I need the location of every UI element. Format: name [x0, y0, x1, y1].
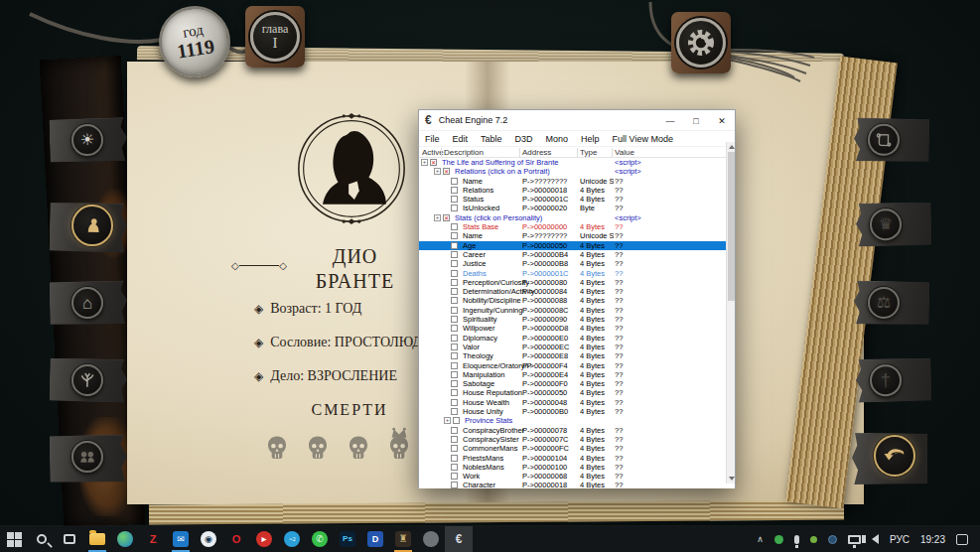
ce-row[interactable]: CareerP->000000B44 Bytes?? — [419, 250, 735, 259]
active-checkbox[interactable]: ✕ — [443, 214, 450, 221]
menu-edit[interactable]: Edit — [453, 134, 469, 144]
active-checkbox[interactable] — [451, 389, 458, 396]
active-checkbox[interactable] — [451, 335, 458, 342]
ce-row[interactable]: DeathsP->0000001C4 Bytes?? — [419, 269, 735, 278]
expand-toggle-icon[interactable]: + — [444, 417, 451, 424]
active-checkbox[interactable] — [451, 371, 458, 378]
ce-row[interactable]: House UnityP->000000B04 Bytes?? — [419, 407, 735, 416]
strap-portrait[interactable] — [50, 202, 128, 252]
active-checkbox[interactable]: ✕ — [430, 159, 437, 166]
menu-table[interactable]: Table — [481, 134, 502, 144]
scrollbar-thumb[interactable] — [728, 152, 735, 301]
active-checkbox[interactable] — [451, 352, 458, 359]
col-address[interactable]: Address — [522, 147, 551, 158]
active-checkbox[interactable] — [451, 242, 458, 249]
active-checkbox[interactable] — [451, 279, 458, 286]
ce-row[interactable]: CharacterP->000000184 Bytes?? — [419, 481, 735, 488]
ce-row[interactable]: NoblesMansP->000001004 Bytes?? — [419, 463, 735, 472]
active-checkbox[interactable] — [453, 417, 460, 424]
ce-row[interactable]: DiplomacyP->000000E04 Bytes?? — [419, 334, 735, 343]
strap-tree[interactable] — [50, 357, 128, 403]
ce-row[interactable]: ConspiracyBrotherP->000000784 Bytes?? — [419, 426, 735, 435]
expand-toggle-icon[interactable]: + — [434, 168, 441, 175]
active-checkbox[interactable] — [451, 408, 458, 415]
ce-row[interactable]: WorkP->000000684 Bytes?? — [419, 472, 735, 481]
active-checkbox[interactable] — [451, 251, 458, 258]
active-checkbox[interactable] — [451, 232, 458, 239]
menu-file[interactable]: File — [425, 134, 440, 144]
ce-row[interactable]: ConspiracySisterP->0000007C4 Bytes?? — [419, 435, 735, 444]
strap-back[interactable] — [852, 433, 927, 484]
active-checkbox[interactable] — [451, 307, 458, 314]
ce-row[interactable]: NameP->????????Unicode String?? — [419, 177, 735, 186]
ce-row[interactable]: Ingenuity/CunningP->0000008C4 Bytes?? — [419, 306, 735, 315]
taskbar-game-app-button[interactable]: ♜ — [389, 526, 417, 552]
menu-d3d[interactable]: D3D — [515, 134, 533, 144]
scroll-down-icon[interactable] — [729, 477, 735, 481]
close-button[interactable]: ✕ — [709, 110, 735, 131]
active-checkbox[interactable] — [451, 260, 458, 267]
active-checkbox[interactable] — [451, 436, 458, 443]
taskbar-search-button[interactable] — [28, 526, 56, 552]
ce-row[interactable]: Eloquence/Oratory/PP->000000F44 Bytes?? — [419, 361, 735, 370]
active-checkbox[interactable] — [451, 187, 458, 194]
active-checkbox[interactable] — [451, 316, 458, 323]
active-checkbox[interactable] — [451, 380, 458, 387]
taskbar-cheat-engine-button[interactable]: € — [445, 526, 473, 552]
ce-row[interactable]: +✕The Life and Suffering of Sir Brante<s… — [419, 158, 735, 167]
ce-row[interactable]: IsUnlockedP->00000020Byte?? — [419, 204, 735, 212]
taskbar-mail-button[interactable]: ✉ — [167, 526, 195, 552]
strap-sword[interactable]: † — [856, 357, 932, 403]
ce-titlebar[interactable]: € Cheat Engine 7.2 — □ ✕ — [419, 110, 735, 131]
active-checkbox[interactable] — [451, 482, 458, 488]
status-green-icon[interactable] — [774, 535, 783, 544]
ce-row[interactable]: AgeP->000000504 Bytes?? — [419, 241, 735, 250]
taskbar-app-blue-button[interactable]: D — [361, 526, 389, 552]
active-checkbox[interactable] — [451, 473, 458, 480]
ce-row[interactable]: Determination/ActivityP->000000844 Bytes… — [419, 287, 735, 296]
strap-house[interactable]: ⌂ — [50, 280, 128, 325]
ce-row[interactable]: Perception/CuriosityP->000000804 Bytes?? — [419, 278, 735, 287]
active-checkbox[interactable] — [451, 288, 458, 295]
hidden-icons-chevron-icon[interactable]: ∧ — [757, 534, 764, 544]
active-checkbox[interactable] — [451, 297, 458, 304]
microphone-icon[interactable] — [794, 535, 799, 544]
ce-row[interactable]: Nobility/DisciplineP->000000884 Bytes?? — [419, 296, 735, 305]
active-checkbox[interactable] — [451, 427, 458, 434]
menu-help[interactable]: Help — [581, 134, 600, 144]
active-checkbox[interactable]: ✕ — [443, 168, 450, 175]
taskbar-telegram-button[interactable]: ◅ — [278, 526, 306, 552]
active-checkbox[interactable] — [451, 399, 458, 406]
ce-column-header[interactable]: Active Description Address Type Value — [419, 147, 735, 158]
nvidia-icon[interactable] — [810, 536, 817, 543]
ce-row[interactable]: NameP->????????Unicode String?? — [419, 231, 735, 240]
steam-tray-icon[interactable] — [828, 535, 837, 544]
menu-mono[interactable]: Mono — [546, 134, 569, 144]
active-checkbox[interactable] — [451, 196, 458, 203]
active-checkbox[interactable] — [451, 445, 458, 452]
taskbar-browser-button[interactable] — [111, 526, 139, 552]
strap-relations[interactable] — [50, 434, 128, 483]
ce-row[interactable]: ManipulationP->000000E44 Bytes?? — [419, 370, 735, 379]
taskbar-task-view-button[interactable] — [56, 526, 83, 552]
ce-row[interactable]: JusticeP->000000B84 Bytes?? — [419, 259, 735, 268]
ce-scrollbar[interactable] — [726, 142, 735, 483]
ce-row[interactable]: WillpowerP->000000D84 Bytes?? — [419, 324, 735, 333]
chapter-tab[interactable]: глава I — [245, 6, 305, 68]
ce-row[interactable]: +✕Relations (click on a Portrait)<script… — [419, 167, 735, 176]
minimize-button[interactable]: — — [657, 110, 683, 131]
ce-row[interactable]: ValorP->000000EC4 Bytes?? — [419, 343, 735, 351]
ce-row[interactable]: Stats BaseP->000000004 Bytes?? — [419, 222, 735, 231]
expand-toggle-icon[interactable]: + — [434, 214, 441, 221]
ce-row[interactable]: SpiritualityP->000000904 Bytes?? — [419, 315, 735, 324]
taskbar-opera-button[interactable]: O — [222, 526, 250, 552]
active-checkbox[interactable] — [451, 270, 458, 277]
active-checkbox[interactable] — [451, 344, 458, 350]
strap-scales[interactable]: ⚖ — [854, 280, 930, 325]
taskbar-whatsapp-button[interactable]: ✆ — [306, 526, 334, 552]
taskbar-file-explorer-button[interactable] — [83, 526, 111, 552]
col-description[interactable]: Description — [444, 147, 484, 158]
taskbar-media-app-button[interactable]: ▸ — [250, 526, 278, 552]
active-checkbox[interactable] — [451, 223, 458, 230]
ce-row[interactable]: CommonerMansP->000000FC4 Bytes?? — [419, 444, 735, 453]
